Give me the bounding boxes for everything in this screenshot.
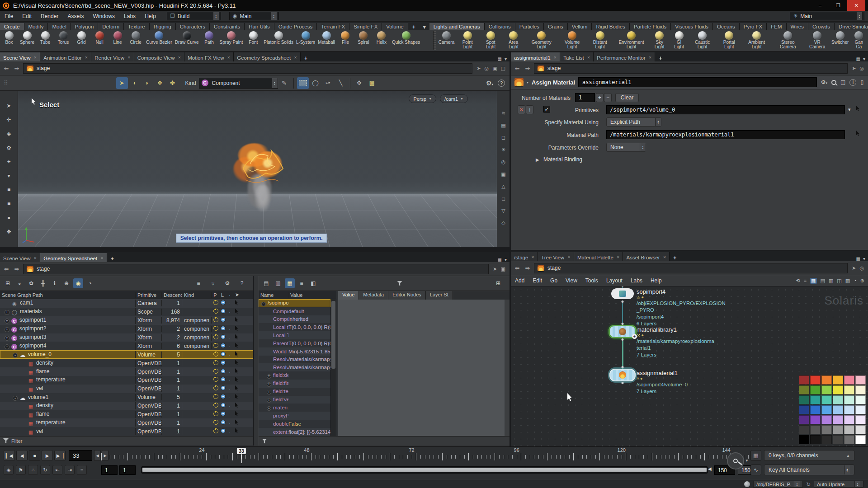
activate-toggle-icon[interactable] [213, 300, 218, 305]
panel-icon[interactable]: ▢ [501, 66, 505, 71]
filter-icon[interactable] [262, 439, 267, 444]
shelf-tab[interactable]: Polygon [71, 23, 99, 30]
playback-range-slider[interactable] [141, 466, 708, 474]
select-cursor-icon[interactable] [235, 411, 239, 417]
viewport-tool-icon[interactable]: ◈ [4, 129, 14, 139]
material-binding-label[interactable]: Material Binding [543, 156, 582, 163]
kind-spinner[interactable]: ▲▼ [272, 78, 278, 88]
main-network-selector[interactable]: ◉ Main ▲▼ [229, 12, 279, 20]
shelf-tab[interactable]: Vellum [568, 23, 592, 30]
color-swatch[interactable] [833, 425, 843, 434]
table-row[interactable]: density OpenVDB 1 · [0, 359, 253, 367]
table-row[interactable]: vel OpenVDB 1 · [0, 427, 253, 436]
color-swatch[interactable] [821, 405, 832, 414]
shelf-tab[interactable]: Hair Utils [245, 23, 274, 30]
table-row[interactable]: -volume_0 Volume 5 · [0, 350, 253, 359]
viewport-tool-icon[interactable]: ● [4, 213, 14, 223]
visibility-toggle-icon[interactable] [221, 317, 226, 322]
frame-ruler[interactable]: 24 48 72 96 120 144 33 [101, 448, 757, 463]
radial-menu-spinner[interactable]: ▲▼ [856, 12, 862, 20]
key-options-icon[interactable]: ▼ [745, 459, 749, 463]
bookmark-icon[interactable]: ▯ [860, 79, 863, 85]
close-tab-icon[interactable]: ✕ [663, 255, 666, 259]
shelf-tool[interactable]: VR Camera [804, 31, 830, 49]
color-swatch[interactable] [810, 405, 821, 414]
sheet-row[interactable]: +materi… [259, 404, 330, 412]
shelf-tab[interactable]: Rigging [150, 23, 176, 30]
shelf-tool[interactable]: Portal Light [717, 31, 742, 49]
forward-icon[interactable]: ➡ [524, 65, 532, 72]
shelf-tab[interactable]: Create [0, 23, 24, 30]
shelf-tab[interactable]: Characters [176, 23, 210, 30]
desktop-selector[interactable]: ❒ Build ▲▼ [167, 12, 221, 20]
visibility-toggle-icon[interactable] [221, 394, 226, 399]
keys-info-button[interactable]: 0 keys, 0/0 channels▲ [764, 450, 854, 461]
playhead-line[interactable] [241, 454, 242, 463]
color-swatch[interactable] [810, 395, 821, 404]
path-field[interactable]: stage [23, 63, 472, 74]
pane-menu-icon[interactable]: ▾ [505, 257, 507, 262]
color-swatch[interactable] [844, 375, 854, 385]
dropdown-spinner[interactable]: ▲▼ [655, 118, 661, 126]
shelf-tool[interactable]: File [336, 31, 354, 45]
pane-tab[interactable]: Composite View✕ [134, 52, 185, 61]
visibility-toggle-icon[interactable] [221, 428, 226, 433]
expander-icon[interactable]: + [267, 390, 271, 394]
range-start2-field[interactable]: 1 [119, 465, 136, 475]
refresh-icon[interactable]: ↻ [806, 481, 811, 488]
expander-icon[interactable]: + [5, 327, 9, 332]
shelf-tool[interactable]: Camera [437, 31, 456, 45]
shelf-tool[interactable]: Null [90, 31, 108, 45]
path-field[interactable]: stage [534, 263, 848, 273]
gear-icon[interactable]: ⚙▾ [821, 79, 827, 85]
shelf-tool[interactable]: Point Light [456, 31, 479, 49]
brush-select-button[interactable]: ✑ [322, 77, 334, 89]
network-node[interactable]: + materiallibrary1 ⚒ ● /materials/karmap… [611, 326, 801, 358]
play-button[interactable]: ▶ [42, 450, 53, 461]
sheet-subtab[interactable]: Value [338, 291, 359, 300]
network-toolbar-icon[interactable]: ▥ [829, 278, 833, 284]
activate-toggle-icon[interactable] [213, 377, 218, 382]
tree-toolbar-icon[interactable]: ◔ [85, 278, 95, 288]
link-icon[interactable]: ◎ [859, 66, 864, 71]
shelf-tool[interactable]: Line [108, 31, 127, 45]
select-cursor-icon[interactable] [235, 360, 239, 365]
expander-icon[interactable]: + [5, 319, 9, 324]
table-row[interactable]: temperature OpenVDB 1 · [0, 418, 253, 427]
network-toolbar-icon[interactable]: ▦ [810, 278, 816, 284]
sheet-subtab[interactable]: Layer St [426, 291, 453, 300]
activate-toggle-icon[interactable] [213, 343, 218, 348]
shelf-tool[interactable]: L-System [295, 31, 316, 45]
close-tab-icon[interactable]: ✕ [227, 56, 231, 60]
info-icon[interactable]: i [849, 79, 856, 86]
expander-icon[interactable]: - [13, 396, 18, 401]
pin-icon[interactable]: ➤ [476, 66, 481, 71]
new-pane-tab-button[interactable]: + [107, 256, 118, 262]
pane-maximize-icon[interactable]: ▦ [856, 256, 860, 261]
reselect-icon[interactable] [856, 106, 860, 111]
search-icon[interactable] [831, 80, 836, 85]
color-swatch[interactable] [855, 375, 866, 385]
table-row[interactable]: +sopimport2 Xform 2 componen · [0, 325, 253, 333]
shelf-tab[interactable]: Model [48, 23, 71, 30]
network-toolbar-icon[interactable]: ▧ [845, 278, 850, 284]
close-tab-icon[interactable]: ✕ [531, 255, 534, 259]
sheet-row[interactable]: World … Min[-5.62315 1.85809 -… [259, 347, 330, 356]
color-swatch[interactable] [799, 435, 809, 444]
filter-label[interactable]: Filter [11, 438, 22, 444]
shelf-tool[interactable]: Font [244, 31, 262, 45]
shelf-tool[interactable]: Helix [373, 31, 391, 45]
context-spinner[interactable]: ▲▼ [794, 481, 800, 487]
shelf-tab[interactable]: FEM [767, 23, 786, 30]
add-shelf-tab-button[interactable]: + [408, 24, 420, 30]
context-selector[interactable]: /obj/DEBRIS_P... ▲▼ [753, 481, 803, 488]
tree-toolbar-icon[interactable]: ☼ [208, 278, 218, 288]
sheet-row[interactable]: Parent … T(0.0, 0.0, 0.0) R(0.0, -0… [259, 339, 330, 347]
shelf-tab[interactable]: Particles [515, 23, 544, 30]
table-row[interactable]: -sopimport4 Xform 6 componen · [0, 342, 253, 350]
parameters-override-dropdown[interactable]: None ▲▼ [606, 143, 646, 152]
viewport-display-icon[interactable]: ◇ [499, 219, 508, 227]
activate-toggle-icon[interactable] [213, 394, 218, 399]
desktop-spinner[interactable]: ▲▼ [213, 12, 219, 20]
camera-selector[interactable]: /cam1▼ [440, 94, 468, 103]
